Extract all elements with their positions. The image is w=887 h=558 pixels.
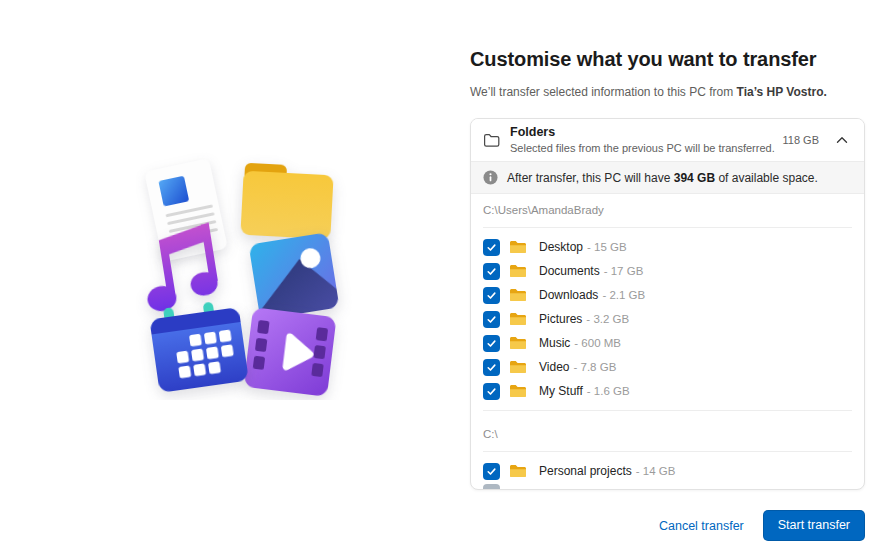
info-icon [483,170,498,185]
cancel-transfer-button[interactable]: Cancel transfer [659,519,744,533]
folder-size: - 14 GB [636,465,676,477]
category-title: Folders [510,125,775,140]
folder-item-row[interactable]: Personal projects - 14 GB [483,459,852,483]
divider [483,227,852,228]
transfer-settings-column: Customise what you want to transfer We’l… [470,0,865,541]
folder-name: Personal projects [539,464,632,478]
category-text: Folders Selected files from the previous… [510,125,775,155]
folder-name: Pictures [539,312,582,326]
available-space-value: 394 GB [674,171,715,185]
video-icon [243,307,336,397]
folder-icon [509,384,527,398]
folder-size: - 15 GB [587,241,627,253]
folder-name: Downloads [539,288,598,302]
folder-checkbox[interactable] [483,383,500,400]
folder-icon [509,288,527,302]
folder-name: Desktop [539,240,583,254]
folder-size: - 17 GB [604,265,644,277]
folder-icon [509,360,527,374]
folder-icon [509,240,527,254]
folder-checkbox[interactable] [483,287,500,304]
source-pc-name: Tia’s HP Vostro. [737,85,827,99]
subtitle-text: We’ll transfer selected information to t… [470,85,737,99]
folder-checkbox[interactable] [483,311,500,328]
chevron-up-icon[interactable] [836,136,848,144]
footer-actions: Cancel transfer Start transfer [470,510,865,541]
folder-name: Video [539,360,569,374]
folder-icon [509,464,527,478]
page-title: Customise what you want to transfer [470,46,865,72]
folder-size: - 600 MB [574,337,621,349]
calendar-icon [148,298,249,393]
folder-icon [509,264,527,278]
folder-name: Music [539,336,570,350]
category-description: Selected files from the previous PC will… [510,141,775,155]
folder-icon [509,312,527,326]
folder-item-row[interactable]: Pictures - 3.2 GB [483,307,852,331]
folder-checkbox[interactable] [483,263,500,280]
space-notice: After transfer, this PC will have 394 GB… [471,161,864,194]
transfer-dialog: Customise what you want to transfer We’l… [0,0,887,558]
space-notice-text: After transfer, this PC will have 394 GB… [507,171,818,185]
path-label: C:\ [483,418,852,444]
start-transfer-button[interactable]: Start transfer [763,510,865,541]
folder-size: - 3.2 GB [586,313,629,325]
clipped-checkbox [483,484,500,489]
clipped-next-item [483,484,852,489]
folder-checkbox[interactable] [483,359,500,376]
folder-item-row[interactable]: Music - 600 MB [483,331,852,355]
folders-category-header[interactable]: Folders Selected files from the previous… [471,119,864,161]
folder-checkbox[interactable] [483,335,500,352]
folder-item-row[interactable]: Video - 7.8 GB [483,355,852,379]
folder-name: Documents [539,264,600,278]
music-note-icon [137,222,221,313]
page-subtitle: We’ll transfer selected information to t… [470,85,865,99]
folder-icon [240,163,334,240]
path-label: C:\Users\AmandaBrady [483,194,852,220]
folder-size: - 7.8 GB [573,361,616,373]
folders-panel-body: C:\Users\AmandaBrady Desktop - 15 GB [471,194,864,489]
folder-name: My Stuff [539,384,583,398]
folder-checkbox[interactable] [483,463,500,480]
folder-checkbox[interactable] [483,239,500,256]
transfer-illustration [136,150,366,400]
folder-item-row[interactable]: Downloads - 2.1 GB [483,283,852,307]
folder-size: - 1.6 GB [587,385,630,397]
folders-panel: Folders Selected files from the previous… [470,118,865,490]
divider [483,410,852,411]
folder-item-row[interactable]: My Stuff - 1.6 GB [483,379,852,403]
divider [483,451,852,452]
folder-icon [509,336,527,350]
category-size: 118 GB [783,134,820,146]
photos-icon [245,232,344,323]
folder-outline-icon [483,133,500,148]
folders-list: C:\Users\AmandaBrady Desktop - 15 GB [483,194,852,483]
folder-item-row[interactable]: Desktop - 15 GB [483,235,852,259]
folder-item-row[interactable]: Documents - 17 GB [483,259,852,283]
folder-size: - 2.1 GB [602,289,645,301]
